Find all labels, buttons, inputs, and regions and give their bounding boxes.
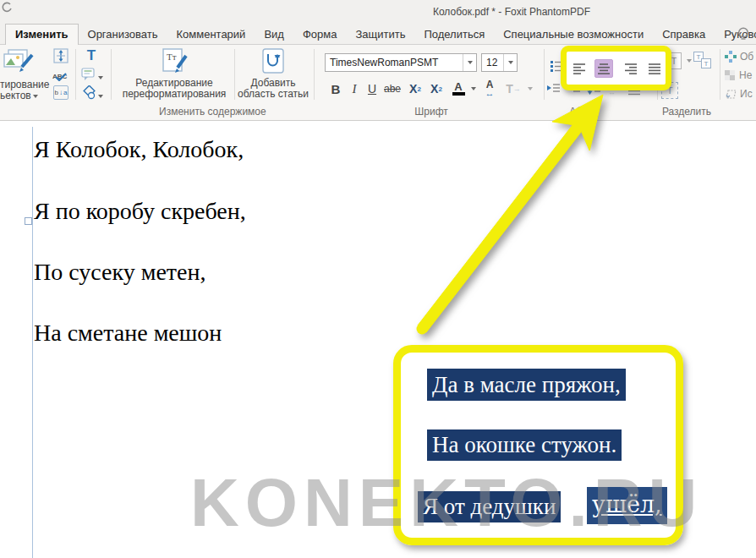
tab-organize[interactable]: Организовать bbox=[79, 25, 167, 45]
dropdown-caret-icon bbox=[98, 95, 103, 98]
font-family-select[interactable]: TimesNewRomanPSMT bbox=[325, 53, 477, 72]
align-justify-icon bbox=[648, 63, 661, 75]
selected-line-1[interactable]: Да в масле пряжон, bbox=[427, 369, 626, 401]
align-justify-button[interactable] bbox=[645, 59, 664, 78]
group-label-paragraph: Абзац bbox=[563, 106, 604, 118]
svg-text:Тт: Тт bbox=[167, 52, 177, 62]
tab-accessibility[interactable]: Специальные возможности bbox=[494, 25, 653, 45]
tab-form[interactable]: Форма bbox=[293, 25, 347, 45]
ribbon-tab-row: Изменить Организовать Комментарий Вид Фо… bbox=[0, 24, 756, 45]
group-label-font: Шрифт bbox=[408, 106, 454, 118]
alignment-highlight-box bbox=[561, 46, 671, 90]
split-cells-icon[interactable]: Т Т bbox=[693, 52, 712, 69]
merge-text-button[interactable]: Об bbox=[725, 51, 753, 63]
assistant-lamp-icon[interactable] bbox=[737, 26, 750, 43]
align-center-button-selected[interactable] bbox=[594, 59, 613, 78]
transparency-button[interactable]: Не bbox=[725, 69, 752, 81]
dropdown-caret-icon bbox=[33, 95, 38, 98]
font-size-select[interactable]: 12 bbox=[481, 53, 518, 72]
link-text-icon[interactable]: b↓a bbox=[53, 85, 68, 100]
fit-text-button-disabled[interactable]: T→ bbox=[506, 79, 521, 98]
char-spacing-button[interactable]: A ↔ bbox=[481, 79, 498, 98]
align-left-icon bbox=[572, 63, 586, 75]
font-color-button[interactable]: A bbox=[451, 79, 466, 98]
tab-share[interactable]: Поделиться bbox=[414, 25, 494, 45]
spellcheck-icon[interactable]: ABC bbox=[52, 67, 69, 82]
shapes-tool-icon[interactable] bbox=[81, 85, 103, 103]
align-right-icon bbox=[624, 63, 638, 75]
doc-line-3[interactable]: По сусеку метен, bbox=[34, 259, 205, 286]
correct-shape-button[interactable]: Ис bbox=[725, 88, 753, 100]
merge-icon bbox=[725, 51, 737, 63]
svg-text:Т: Т bbox=[704, 60, 709, 68]
svg-text:Т: Т bbox=[697, 53, 701, 61]
font-color-swatch bbox=[452, 92, 465, 96]
group-label-split: Разделить bbox=[658, 106, 715, 118]
underline-button[interactable]: U bbox=[365, 79, 379, 98]
italic-button[interactable]: I bbox=[348, 79, 360, 98]
callout-tool-icon[interactable] bbox=[81, 68, 103, 85]
dropdown-caret-icon bbox=[508, 61, 513, 64]
text-block-boundary-line bbox=[32, 127, 33, 558]
foxit-phantompdf-window: Колобок.pdf * - Foxit PhantomPDF Изменит… bbox=[0, 0, 756, 558]
tab-protect[interactable]: Защитить bbox=[346, 25, 414, 45]
fit-text-caret-icon[interactable] bbox=[528, 87, 533, 90]
text-block-handle[interactable] bbox=[25, 217, 32, 225]
align-left-button[interactable] bbox=[570, 59, 589, 78]
edit-objects-icon bbox=[2, 48, 36, 77]
superscript-button[interactable]: X2 bbox=[407, 79, 424, 98]
align-center-icon bbox=[597, 63, 611, 75]
distribute-vertical-icon[interactable] bbox=[53, 48, 68, 63]
tab-edit[interactable]: Изменить bbox=[5, 24, 79, 46]
checker-icon bbox=[725, 70, 736, 81]
dropdown-caret-icon bbox=[98, 76, 103, 79]
tab-help[interactable]: Справка bbox=[653, 25, 715, 45]
group-label-edit-content: Изменить содержимое bbox=[159, 106, 266, 118]
reflow-edit-icon: Тт bbox=[160, 47, 189, 74]
title-bar: Колобок.pdf * - Foxit PhantomPDF bbox=[0, 0, 756, 24]
tab-view[interactable]: Вид bbox=[255, 25, 293, 45]
dashed-shape-icon bbox=[725, 89, 737, 100]
window-title: Колобок.pdf * - Foxit PhantomPDF bbox=[385, 6, 638, 18]
bold-button[interactable]: B bbox=[328, 79, 343, 98]
subscript-button[interactable]: X2 bbox=[428, 79, 445, 98]
tab-comment[interactable]: Комментарий bbox=[167, 25, 255, 45]
watermark: KONEKTO.RU bbox=[190, 464, 703, 542]
increase-indent-icon[interactable] bbox=[546, 82, 561, 96]
align-right-button[interactable] bbox=[622, 59, 640, 78]
doc-line-2[interactable]: Я по коробу скребен, bbox=[34, 198, 246, 225]
doc-line-1[interactable]: Я Колобок, Колобок, bbox=[34, 136, 244, 163]
split-caret-icon[interactable] bbox=[687, 59, 692, 63]
font-color-caret-icon[interactable] bbox=[471, 87, 476, 90]
dropdown-caret-icon bbox=[468, 61, 473, 64]
selected-line-2[interactable]: На окошке стужон. bbox=[427, 429, 622, 461]
edit-objects-button[interactable]: тирование ьектов bbox=[0, 79, 52, 101]
article-area-icon bbox=[261, 47, 285, 74]
strikethrough-button[interactable]: abe bbox=[382, 79, 403, 98]
quick-access-icon-fragment bbox=[1, 2, 13, 14]
add-text-icon[interactable]: T bbox=[83, 47, 100, 64]
doc-line-4[interactable]: На сметане мешон bbox=[34, 320, 222, 347]
